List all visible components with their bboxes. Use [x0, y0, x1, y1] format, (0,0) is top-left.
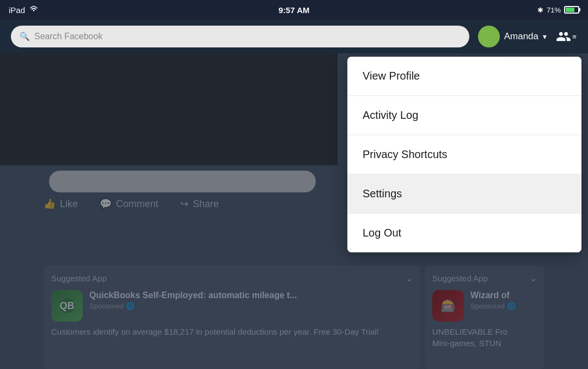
device-label: iPad — [9, 5, 25, 15]
dropdown-item-privacy-shortcuts[interactable]: Privacy Shortcuts — [347, 135, 581, 174]
search-placeholder: Search Facebook — [34, 32, 102, 41]
status-time: 9:57 AM — [279, 5, 310, 15]
friends-icon-button[interactable]: ≡ — [555, 26, 577, 47]
user-dropdown-menu: View Profile Activity Log Privacy Shortc… — [347, 57, 581, 252]
user-menu-button[interactable]: Amanda ▾ — [478, 26, 547, 47]
search-bar[interactable]: 🔍 Search Facebook — [11, 26, 469, 47]
status-left: iPad — [9, 5, 38, 15]
battery-percent: 71% — [547, 6, 561, 14]
dropdown-item-settings[interactable]: Settings — [347, 174, 581, 214]
battery-indicator — [564, 6, 579, 14]
dropdown-item-activity-log[interactable]: Activity Log — [347, 96, 581, 135]
status-right: ✱ 71% — [537, 6, 579, 14]
chevron-down-icon: ▾ — [543, 32, 547, 41]
main-content: 👍 Like 💬 Comment ↪ Share Suggested App ⌄… — [0, 53, 588, 369]
avatar — [478, 26, 500, 47]
bluetooth-icon: ✱ — [537, 6, 543, 14]
nav-bar: 🔍 Search Facebook Amanda ▾ ≡ — [0, 20, 588, 53]
status-bar: iPad 9:57 AM ✱ 71% — [0, 0, 588, 20]
dropdown-item-view-profile[interactable]: View Profile — [347, 57, 581, 96]
user-name: Amanda — [504, 31, 538, 42]
friends-menu-lines-icon: ≡ — [572, 33, 577, 41]
dropdown-arrow — [505, 57, 516, 58]
search-icon: 🔍 — [20, 32, 30, 41]
wifi-icon — [29, 5, 38, 15]
dropdown-item-log-out[interactable]: Log Out — [347, 214, 581, 252]
